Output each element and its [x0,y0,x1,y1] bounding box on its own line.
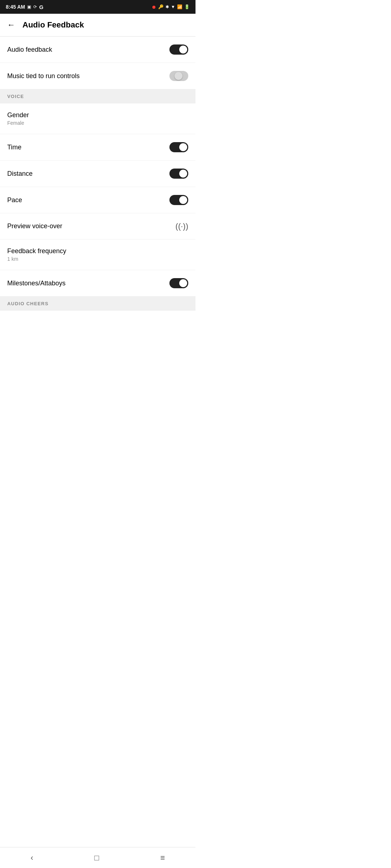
toggle-thumb-distance [179,170,187,178]
record-icon: ⏺ [152,4,156,10]
top-bar: ← Audio Feedback [0,14,196,37]
milestones-row: Milestones/Attaboys [0,270,196,297]
distance-toggle[interactable] [169,169,188,179]
feedback-frequency-label: Feedback frequency [7,247,66,255]
gender-label-group: Gender Female [7,111,29,126]
pace-toggle[interactable] [169,195,188,205]
time-label: Time [7,144,21,151]
time-row: Time [0,134,196,161]
toggle-thumb-time [179,143,187,151]
toggle-thumb-pace [179,196,187,204]
feedback-frequency-row[interactable]: Feedback frequency 1 km [0,239,196,270]
status-left: 8:45 AM ▣ ⟳ G [6,4,43,10]
back-button[interactable]: ← [7,20,15,30]
milestones-label: Milestones/Attaboys [7,280,66,287]
music-tied-label: Music tied to run controls [7,72,80,80]
toggle-thumb [179,46,187,54]
battery-icon: 🔋 [184,4,190,9]
google-icon: G [39,4,43,10]
distance-label: Distance [7,170,33,178]
video-camera-icon: ▣ [27,4,31,9]
audio-feedback-toggle[interactable] [169,44,188,55]
toggle-thumb-milestones [179,279,187,287]
gender-value: Female [7,120,29,126]
wifi-icon: 📶 [177,4,182,9]
status-right: ⏺ 🔑 ✱ ▼ 📶 🔋 [152,4,190,10]
status-time: 8:45 AM [6,4,25,10]
preview-voiceover-row[interactable]: Preview voice-over ((·)) [0,213,196,239]
music-tied-row: Music tied to run controls [0,63,196,89]
page-title: Audio Feedback [22,20,84,30]
toggle-thumb-music [175,72,182,80]
distance-row: Distance [0,161,196,187]
content-area: Audio feedback Music tied to run control… [0,37,196,336]
key-icon: 🔑 [158,4,164,9]
status-bar: 8:45 AM ▣ ⟳ G ⏺ 🔑 ✱ ▼ 📶 🔋 [0,0,196,14]
gender-row[interactable]: Gender Female [0,103,196,134]
pace-label: Pace [7,196,22,204]
music-tied-toggle[interactable] [169,71,188,81]
feedback-frequency-group: Feedback frequency 1 km [7,247,66,262]
gender-label: Gender [7,111,29,119]
audio-cheers-section-header: AUDIO CHEERS [0,297,196,311]
preview-voiceover-label: Preview voice-over [7,222,62,230]
rotation-icon: ⟳ [33,4,37,9]
voice-section-header: VOICE [0,89,196,103]
preview-voiceover-icon: ((·)) [176,222,188,231]
signal-icon: ▼ [171,4,175,9]
pace-row: Pace [0,187,196,213]
audio-feedback-label: Audio feedback [7,46,52,54]
audio-feedback-row: Audio feedback [0,37,196,63]
milestones-toggle[interactable] [169,278,188,288]
time-toggle[interactable] [169,142,188,152]
feedback-frequency-value: 1 km [7,256,66,262]
bluetooth-icon: ✱ [165,4,169,9]
